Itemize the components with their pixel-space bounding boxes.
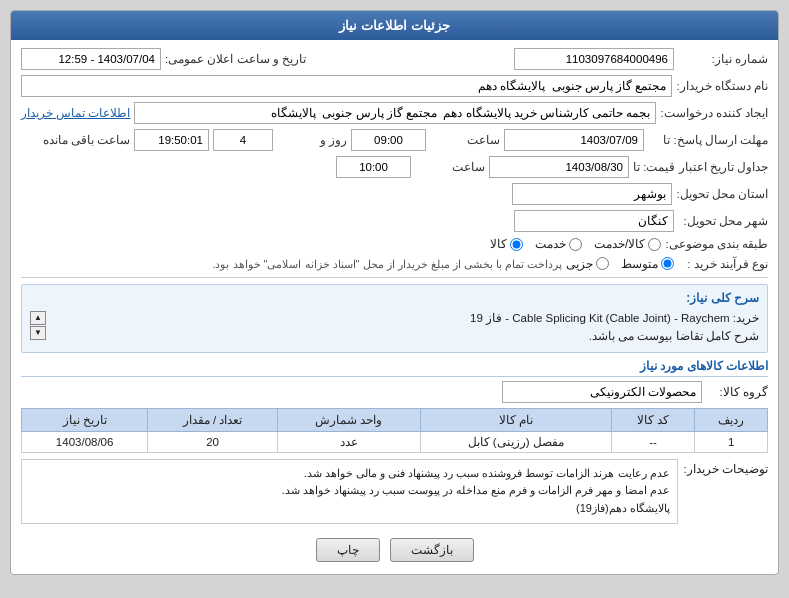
tabaqe-khedmat-label: خدمت xyxy=(535,237,566,251)
serh-arrows: ▲ ▼ xyxy=(30,311,46,340)
group-kala-row: گروه کالا: xyxy=(21,381,768,403)
ijad-row: ایجاد کننده درخواست: اطلاعات تماس خریدار xyxy=(21,102,768,124)
jadval-label: جداول تاریخ اعتبار قیمت: تا xyxy=(633,160,768,174)
kala-info-title: اطلاعات کالاهای مورد نیاز xyxy=(21,359,768,377)
nooe-row: نوع فرآیند خرید : جزیی متوسط پرداخت تمام… xyxy=(21,256,768,271)
cell-tedad: 20 xyxy=(148,431,278,452)
serh-line2: شرح کامل تقاضا بیوست می باشد. xyxy=(52,327,759,345)
panel-header: جزئیات اطلاعات نیاز xyxy=(11,11,778,40)
mohlat-saat-label: ساعت xyxy=(430,133,500,147)
chap-button[interactable]: چاپ xyxy=(316,538,380,562)
tawzihat-line: عدم رعایت هرند الزامات توسط فروشنده سبب … xyxy=(29,465,670,483)
mohlat-row: مهلت ارسال پاسخ: تا ساعت روز و ساعت باقی… xyxy=(21,129,768,151)
btn-row: بازگشت چاپ xyxy=(21,532,768,566)
group-kala-label: گروه کالا: xyxy=(708,385,768,399)
nooe-motavasset-label: متوسط xyxy=(621,257,658,271)
tawzihat-line: عدم امضا و مهر فرم الزامات و فرم منع مدا… xyxy=(29,482,670,500)
tabaqe-kala-khedmat-label: کالا/خدمت xyxy=(594,237,645,251)
nooe-note: پرداخت تمام با بخشی از مبلغ خریدار از مح… xyxy=(212,258,562,271)
jadval-row: جداول تاریخ اعتبار قیمت: تا ساعت xyxy=(21,156,768,178)
col-code: کد کالا xyxy=(611,408,694,431)
tawzihat-line: پالایشگاه دهم(فاز19) xyxy=(29,500,670,518)
tabaqe-radio-group: کالا خدمت کالا/خدمت xyxy=(490,237,661,251)
main-panel: جزئیات اطلاعات نیاز شماره نیاز: تاریخ و … xyxy=(10,10,779,575)
kala-table: ردیف کد کالا نام کالا واحد شمارش تعداد /… xyxy=(21,408,768,453)
cell-vahed: عدد xyxy=(277,431,420,452)
table-row: 1--مفصل (رزینی) کابلعدد201403/08/06 xyxy=(22,431,768,452)
serh-section: سرح کلی نیاز: خرید: Cable Splicing Kit (… xyxy=(21,284,768,353)
page-wrapper: جزئیات اطلاعات نیاز شماره نیاز: تاریخ و … xyxy=(0,0,789,598)
nooe-jozi-radio[interactable] xyxy=(596,257,609,270)
serh-line1: خرید: Cable Splicing Kit (Cable Joint) -… xyxy=(52,309,759,327)
dastgah-row: نام دستگاه خریدار: xyxy=(21,75,768,97)
tabaqe-kala-khedmat-radio[interactable] xyxy=(648,238,661,251)
serh-text: خرید: Cable Splicing Kit (Cable Joint) -… xyxy=(52,309,759,346)
mohlat-rooz-input[interactable] xyxy=(213,129,273,151)
mohlat-saat-input[interactable] xyxy=(351,129,426,151)
arrow-up-btn[interactable]: ▲ xyxy=(30,311,46,325)
cell-code: -- xyxy=(611,431,694,452)
jadval-saat-label: ساعت xyxy=(415,160,485,174)
jadval-saat-input[interactable] xyxy=(336,156,411,178)
tawzihat-label: توضیحات خریدار: xyxy=(684,459,768,476)
mohlat-label: مهلت ارسال پاسخ: تا xyxy=(648,133,768,147)
ostan-row: استان محل تحویل: xyxy=(21,183,768,205)
shahr-input[interactable] xyxy=(514,210,674,232)
divider1 xyxy=(21,277,768,278)
col-name: نام کالا xyxy=(420,408,611,431)
tawzihat-section: توضیحات خریدار: عدم رعایت هرند الزامات ت… xyxy=(21,459,768,524)
col-vahed: واحد شمارش xyxy=(277,408,420,431)
ijad-input[interactable] xyxy=(134,102,656,124)
col-tedad: تعداد / مقدار xyxy=(148,408,278,431)
mohlat-baqi-input[interactable] xyxy=(134,129,209,151)
ostan-input[interactable] xyxy=(512,183,672,205)
nooe-radio-group: جزیی متوسط xyxy=(566,257,674,271)
tarikh-saat-input[interactable] xyxy=(21,48,161,70)
tabaqe-khedmat-option[interactable]: خدمت xyxy=(535,237,582,251)
group-kala-input[interactable] xyxy=(502,381,702,403)
tabaqe-kala-khedmat-option[interactable]: کالا/خدمت xyxy=(594,237,661,251)
ijad-label: ایجاد کننده درخواست: xyxy=(660,106,768,120)
panel-title: جزئیات اطلاعات نیاز xyxy=(339,18,449,33)
table-header-row: ردیف کد کالا نام کالا واحد شمارش تعداد /… xyxy=(22,408,768,431)
tabaqe-kala-option[interactable]: کالا xyxy=(490,237,523,251)
shahr-row: شهر محل تحویل: xyxy=(21,210,768,232)
shahr-label: شهر محل تحویل: xyxy=(678,214,768,228)
cell-name: مفصل (رزینی) کابل xyxy=(420,431,611,452)
nooe-jozi-option[interactable]: جزیی xyxy=(566,257,609,271)
tabaqe-kala-radio[interactable] xyxy=(510,238,523,251)
tabaqe-row: طبقه بندی موضوعی: کالا خدمت کالا/خدمت xyxy=(21,237,768,251)
ostan-label: استان محل تحویل: xyxy=(676,187,768,201)
arrow-down-btn[interactable]: ▼ xyxy=(30,326,46,340)
nooe-motavasset-option[interactable]: متوسط xyxy=(621,257,674,271)
tabaqe-kala-label: کالا xyxy=(490,237,507,251)
bazgasht-button[interactable]: بازگشت xyxy=(390,538,474,562)
dastgah-label: نام دستگاه خریدار: xyxy=(676,79,768,93)
mohlat-rooz-label: روز و xyxy=(277,133,347,147)
serh-header: سرح کلی نیاز: xyxy=(30,291,759,305)
nooe-label: نوع فرآیند خرید : xyxy=(678,257,768,271)
shomare-row: شماره نیاز: تاریخ و ساعت اعلان عمومی: xyxy=(21,48,768,70)
cell-tarikh: 1403/08/06 xyxy=(22,431,148,452)
dastgah-input[interactable] xyxy=(21,75,672,97)
serh-content: خرید: Cable Splicing Kit (Cable Joint) -… xyxy=(30,309,759,346)
panel-body: شماره نیاز: تاریخ و ساعت اعلان عمومی: نا… xyxy=(11,40,778,574)
nooe-jozi-label: جزیی xyxy=(566,257,593,271)
col-tarikh: تاریخ نیاز xyxy=(22,408,148,431)
tabaqe-label: طبقه بندی موضوعی: xyxy=(665,237,768,251)
shomare-input[interactable] xyxy=(514,48,674,70)
mohlat-date-input[interactable] xyxy=(504,129,644,151)
cell-radif: 1 xyxy=(695,431,768,452)
mohlat-baqi-label: ساعت باقی مانده xyxy=(43,133,130,147)
tarikh-saat-label: تاریخ و ساعت اعلان عمومی: xyxy=(165,52,306,66)
col-radif: ردیف xyxy=(695,408,768,431)
tawzihat-box: عدم رعایت هرند الزامات توسط فروشنده سبب … xyxy=(21,459,678,524)
jadval-date-input[interactable] xyxy=(489,156,629,178)
nooe-motavasset-radio[interactable] xyxy=(661,257,674,270)
shomare-label: شماره نیاز: xyxy=(678,52,768,66)
ettela-tamas-link[interactable]: اطلاعات تماس خریدار xyxy=(21,106,130,120)
tabaqe-khedmat-radio[interactable] xyxy=(569,238,582,251)
